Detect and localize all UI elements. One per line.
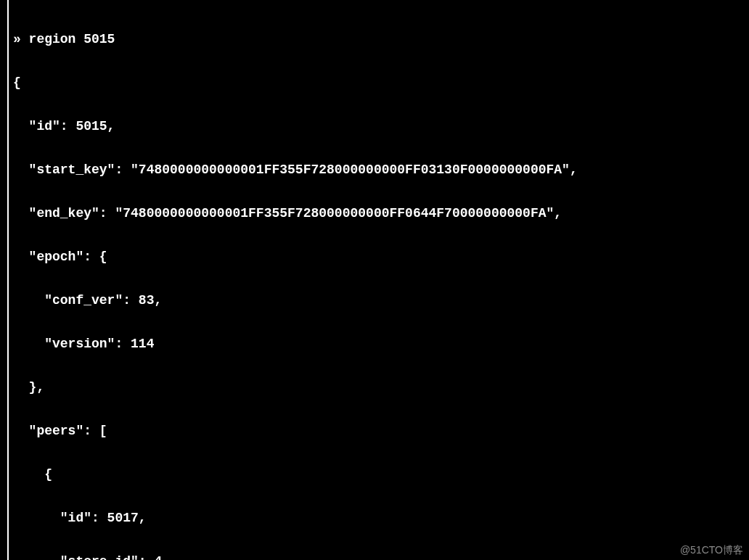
json-line: "end_key": "7480000000000001FF355F728000… bbox=[13, 206, 749, 221]
terminal-output: » region 5015 { "id": 5015, "start_key":… bbox=[0, 0, 749, 560]
json-line: }, bbox=[13, 380, 749, 395]
json-line: "store_id": 4, bbox=[13, 554, 749, 560]
command-line[interactable]: » region 5015 bbox=[13, 32, 749, 46]
json-line: "peers": [ bbox=[13, 424, 749, 438]
json-line: "epoch": { bbox=[13, 250, 749, 264]
json-line: { bbox=[13, 467, 749, 482]
json-line: "id": 5015, bbox=[13, 119, 749, 133]
json-line: "conf_ver": 83, bbox=[13, 293, 749, 308]
json-line: "start_key": "7480000000000001FF355F7280… bbox=[13, 162, 749, 177]
prompt: » region 5015 bbox=[13, 32, 115, 46]
json-line: { bbox=[13, 75, 749, 90]
json-line: "version": 114 bbox=[13, 337, 749, 351]
json-line: "id": 5017, bbox=[13, 511, 749, 525]
